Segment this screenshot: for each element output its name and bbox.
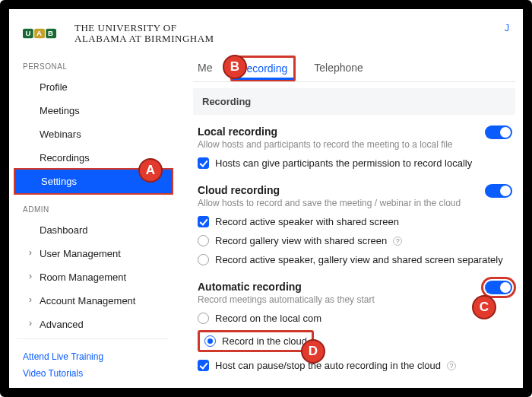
cloud-recording-title: Cloud recording bbox=[198, 184, 511, 196]
sidebar-section-admin: ADMIN bbox=[14, 205, 173, 218]
radio-icon[interactable] bbox=[198, 254, 209, 265]
cloud-recording-desc: Allow hosts to record and save the meeti… bbox=[198, 198, 511, 208]
sidebar-item-room-management[interactable]: Room Management bbox=[14, 265, 173, 289]
sidebar-item-user-management[interactable]: User Management bbox=[14, 242, 173, 265]
opt-record-active-speaker[interactable]: Record active speaker with shared screen bbox=[198, 216, 511, 227]
sidebar-help-links: Attend Live Training Video Tutorials bbox=[17, 338, 169, 382]
settings-tabs: Me Recording Telephone bbox=[193, 52, 515, 82]
svg-text:B: B bbox=[48, 29, 53, 37]
uab-logo: U A B bbox=[23, 23, 70, 44]
radio-icon[interactable] bbox=[198, 313, 209, 324]
opt-label: Host can pause/stop the auto recording i… bbox=[215, 360, 441, 371]
automatic-recording-title: Automatic recording bbox=[198, 281, 511, 293]
opt-label: Record active speaker with shared screen bbox=[215, 216, 399, 227]
sidebar-item-webinars[interactable]: Webinars bbox=[14, 122, 173, 146]
opt-label: Record active speaker, gallery view and … bbox=[215, 254, 503, 265]
section-header-recording: Recording bbox=[193, 88, 515, 115]
svg-text:U: U bbox=[25, 29, 30, 37]
main-panel: Me Recording Telephone Recording Local r… bbox=[184, 52, 523, 388]
opt-hosts-grant-permission[interactable]: Hosts can give participants the permissi… bbox=[198, 157, 511, 169]
radio-icon[interactable] bbox=[204, 335, 216, 347]
org-name-line2: ALABAMA AT BIRMINGHAM bbox=[74, 33, 214, 44]
group-cloud-recording: Cloud recording Allow hosts to record an… bbox=[193, 173, 515, 270]
app-frame: U A B THE UNIVERSITY OF ALABAMA AT BIRMI… bbox=[0, 0, 532, 397]
header-join-link[interactable]: J bbox=[505, 23, 509, 33]
sidebar-item-meetings[interactable]: Meetings bbox=[14, 99, 173, 122]
checkbox-icon[interactable] bbox=[198, 157, 209, 169]
radio-icon[interactable] bbox=[198, 235, 209, 246]
tab-meeting[interactable]: Me bbox=[196, 54, 214, 81]
opt-label: Record on the local com bbox=[215, 313, 321, 324]
sidebar-section-personal: PERSONAL bbox=[14, 62, 173, 75]
group-automatic-recording: Automatic recording Record meetings auto… bbox=[193, 270, 515, 376]
toggle-cloud-recording[interactable] bbox=[485, 184, 512, 198]
link-attend-training[interactable]: Attend Live Training bbox=[17, 348, 169, 365]
opt-record-in-cloud[interactable]: Record in the cloud bbox=[198, 330, 314, 352]
local-recording-desc: Allow hosts and participants to record t… bbox=[198, 139, 511, 150]
opt-record-separately[interactable]: Record active speaker, gallery view and … bbox=[198, 254, 511, 265]
tab-telephone[interactable]: Telephone bbox=[312, 54, 365, 81]
automatic-recording-desc: Record meetings automatically as they st… bbox=[198, 294, 511, 305]
checkbox-icon[interactable] bbox=[198, 216, 209, 227]
org-header: U A B THE UNIVERSITY OF ALABAMA AT BIRMI… bbox=[23, 23, 214, 44]
sidebar-item-dashboard[interactable]: Dashboard bbox=[14, 218, 173, 242]
opt-label: Record gallery view with shared screen bbox=[215, 235, 387, 246]
sidebar-item-profile[interactable]: Profile bbox=[14, 75, 173, 99]
org-name: THE UNIVERSITY OF ALABAMA AT BIRMINGHAM bbox=[74, 23, 214, 43]
toggle-automatic-recording[interactable] bbox=[485, 281, 512, 294]
checkbox-icon[interactable] bbox=[198, 360, 209, 371]
opt-record-gallery-view[interactable]: Record gallery view with shared screen ? bbox=[198, 235, 511, 246]
opt-host-pause-stop[interactable]: Host can pause/stop the auto recording i… bbox=[198, 360, 511, 371]
sidebar-item-settings[interactable]: Settings bbox=[14, 168, 173, 195]
sidebar-item-account-management[interactable]: Account Management bbox=[14, 289, 173, 313]
local-recording-title: Local recording bbox=[198, 125, 511, 138]
sidebar-item-recordings[interactable]: Recordings bbox=[14, 146, 173, 170]
toggle-local-recording[interactable] bbox=[485, 125, 512, 139]
sidebar: PERSONAL Profile Meetings Webinars Recor… bbox=[14, 62, 173, 336]
info-icon[interactable]: ? bbox=[393, 237, 402, 246]
link-video-tutorials[interactable]: Video Tutorials bbox=[17, 365, 169, 382]
opt-record-local-computer[interactable]: Record on the local com bbox=[198, 313, 511, 324]
group-local-recording: Local recording Allow hosts and particip… bbox=[193, 115, 515, 173]
sidebar-item-advanced[interactable]: Advanced bbox=[14, 313, 173, 336]
org-name-line1: THE UNIVERSITY OF bbox=[74, 23, 214, 33]
info-icon[interactable]: ? bbox=[447, 361, 456, 370]
opt-label: Hosts can give participants the permissi… bbox=[215, 157, 472, 169]
opt-label: Record in the cloud bbox=[222, 335, 307, 347]
tab-recording[interactable]: Recording bbox=[230, 56, 296, 81]
svg-text:A: A bbox=[36, 29, 42, 37]
